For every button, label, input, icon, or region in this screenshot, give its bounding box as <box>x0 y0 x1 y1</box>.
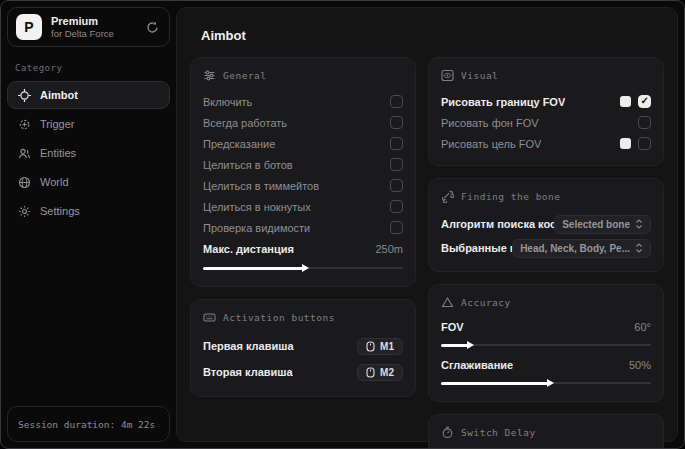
slider-value: 50% <box>629 359 651 371</box>
stopwatch-icon <box>441 426 454 439</box>
section-title: Visual <box>461 70 498 81</box>
general-card: General Включить Всегда работать Предска… <box>190 57 416 287</box>
toggle-row: Целиться в ботов <box>203 154 403 175</box>
checkbox[interactable] <box>638 116 651 129</box>
refresh-icon[interactable] <box>145 20 160 35</box>
trigger-icon <box>18 118 31 131</box>
selected-bones-select[interactable]: Head, Neck, Body, Pe... <box>512 239 651 258</box>
slider-row: FOV 60° <box>441 318 651 336</box>
session-duration: Session duration: 4m 22s <box>7 406 170 442</box>
checkbox[interactable] <box>390 137 403 150</box>
sidebar-item-trigger[interactable]: Trigger <box>7 110 170 138</box>
sidebar-item-settings[interactable]: Settings <box>7 197 170 225</box>
accuracy-card: Accuracy FOV 60° Сглаживание 50% <box>428 284 664 402</box>
activation-card: Activation buttons Первая клавиша M1 Вто… <box>190 299 416 397</box>
session-duration-text: Session duration: 4m 22s <box>18 419 155 430</box>
globe-icon <box>18 176 31 189</box>
color-swatch[interactable] <box>620 96 631 107</box>
sliders-icon <box>203 69 216 82</box>
smoothing-slider[interactable] <box>441 378 651 388</box>
color-swatch[interactable] <box>620 138 631 149</box>
crosshair-icon <box>18 89 31 102</box>
checkbox[interactable] <box>390 158 403 171</box>
max-distance-slider[interactable] <box>203 263 403 273</box>
section-title: General <box>223 70 267 81</box>
checkbox[interactable] <box>390 95 403 108</box>
slider-row: Сглаживание 50% <box>441 356 651 374</box>
slider-value: 250m <box>375 243 403 255</box>
eye-icon <box>441 69 454 82</box>
brand-subtitle: for Delta Force <box>51 28 114 40</box>
sidebar-item-label: Settings <box>40 205 80 217</box>
slider-row: Макс. дистанция 250m <box>203 238 403 259</box>
entities-icon <box>18 147 31 160</box>
toggle-row: Предсказание <box>203 133 403 154</box>
brand-title: Premium <box>51 15 114 28</box>
keybind-button-m2[interactable]: M2 <box>357 364 403 381</box>
sidebar-item-aimbot[interactable]: Aimbot <box>7 81 170 109</box>
bone-card: Finding the bone Алгоритм поиска кост Se… <box>428 178 664 272</box>
toggle-row: Проверка видимости <box>203 217 403 238</box>
toggle-row: Целиться в тиммейтов <box>203 175 403 196</box>
toggle-row: Включить <box>203 91 403 112</box>
keybind-button-m1[interactable]: M1 <box>357 338 403 355</box>
bone-icon <box>441 190 454 203</box>
checkbox[interactable] <box>390 179 403 192</box>
main-panel: Aimbot General Включить <box>176 7 678 442</box>
visual-row: Рисовать цель FOV <box>441 133 651 154</box>
keyboard-icon <box>203 311 216 324</box>
sidebar-item-label: Entities <box>40 147 76 159</box>
page-title: Aimbot <box>201 28 665 43</box>
sidebar: P Premium for Delta Force Category Aimbo… <box>7 7 170 442</box>
keybind-row: Первая клавиша M1 <box>203 333 403 359</box>
sidebar-item-entities[interactable]: Entities <box>7 139 170 167</box>
checkbox[interactable] <box>638 95 651 108</box>
brand-logo: P <box>16 14 42 40</box>
switch-delay-card: Switch Delay Задержка переключения Задер… <box>428 414 664 449</box>
select-row: Алгоритм поиска кост Selected bone <box>441 212 651 236</box>
sidebar-item-world[interactable]: World <box>7 168 170 196</box>
visual-card: Visual Рисовать границу FOV Рисовать фон… <box>428 57 664 166</box>
mouse-icon <box>366 341 375 352</box>
slider-value: 60° <box>634 321 651 333</box>
category-label: Category <box>15 63 170 73</box>
brand-card: P Premium for Delta Force <box>7 7 170 47</box>
section-title: Activation buttons <box>223 312 335 323</box>
keybind-row: Вторая клавиша M2 <box>203 359 403 385</box>
section-title: Switch Delay <box>461 427 536 438</box>
checkbox[interactable] <box>390 116 403 129</box>
checkbox[interactable] <box>638 137 651 150</box>
bone-algorithm-select[interactable]: Selected bone <box>554 215 651 234</box>
visual-row: Рисовать границу FOV <box>441 91 651 112</box>
select-row: Выбранные кос Head, Neck, Body, Pe... <box>441 236 651 260</box>
section-title: Finding the bone <box>461 191 561 202</box>
chevron-updown-icon <box>635 243 643 253</box>
sidebar-nav: Aimbot Trigger Entities World <box>7 81 170 225</box>
toggle-row: Целиться в нокнутых <box>203 196 403 217</box>
section-title: Accuracy <box>461 297 511 308</box>
sidebar-item-label: Trigger <box>40 118 74 130</box>
sidebar-item-label: Aimbot <box>40 89 78 101</box>
checkbox[interactable] <box>390 221 403 234</box>
fov-slider[interactable] <box>441 340 651 350</box>
mouse-icon <box>366 367 375 378</box>
visual-row: Рисовать фон FOV <box>441 112 651 133</box>
triangle-icon <box>441 296 454 309</box>
chevron-updown-icon <box>635 219 643 229</box>
gear-icon <box>18 205 31 218</box>
sidebar-item-label: World <box>40 176 69 188</box>
toggle-row: Всегда работать <box>203 112 403 133</box>
checkbox[interactable] <box>390 200 403 213</box>
app-window: P Premium for Delta Force Category Aimbo… <box>0 0 685 449</box>
